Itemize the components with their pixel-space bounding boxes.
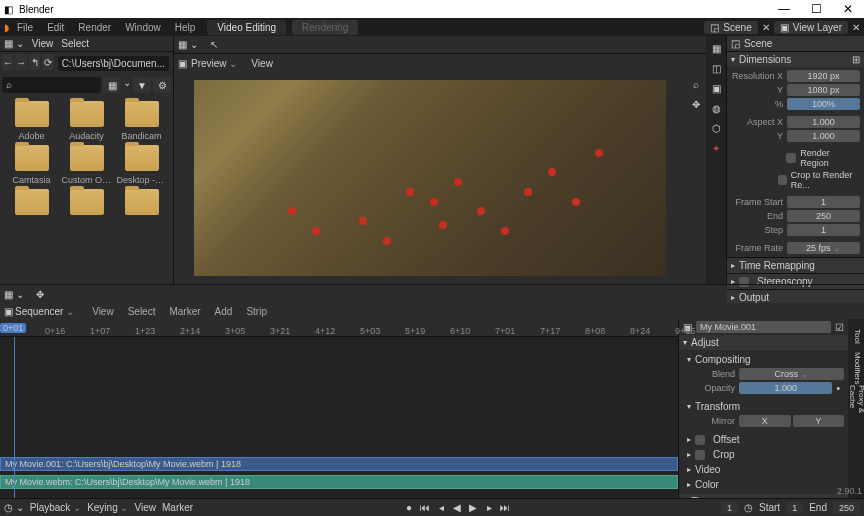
frame-step[interactable]: 1 <box>787 224 860 236</box>
tab-video-editing[interactable]: Video Editing <box>207 20 286 35</box>
frame-rate[interactable]: 25 fps <box>787 242 860 254</box>
seq-editor-icon[interactable]: ▦ ⌄ <box>4 289 24 300</box>
folder-item[interactable]: Bandicam <box>116 101 167 141</box>
filter-icon[interactable]: ▼ <box>133 77 151 93</box>
settings-icon[interactable]: ⚙ <box>153 77 171 93</box>
play-editor-icon[interactable]: ◷ ⌄ <box>4 502 24 513</box>
autokey-icon[interactable]: ● <box>402 501 416 515</box>
seq-add[interactable]: Add <box>209 306 239 317</box>
folder-item[interactable] <box>116 189 167 215</box>
tab-tool[interactable]: Tool <box>850 321 864 351</box>
frame-end[interactable]: 250 <box>787 210 860 222</box>
maximize-button[interactable]: ☐ <box>804 2 828 16</box>
close-button[interactable]: ✕ <box>836 2 860 16</box>
nav-back-icon[interactable]: ← <box>2 54 13 70</box>
mirror-x[interactable]: X <box>739 415 791 427</box>
props-output-icon[interactable]: ◫ <box>708 60 724 76</box>
scene-remove-icon[interactable]: ✕ <box>762 22 770 33</box>
strip-name-input[interactable]: My Movie.001 <box>696 321 831 333</box>
dimensions-header[interactable]: Dimensions⊞ <box>727 52 864 67</box>
play-view[interactable]: View <box>135 502 157 513</box>
minimize-button[interactable]: — <box>772 2 796 16</box>
res-y[interactable]: 1080 px <box>787 84 860 96</box>
seq-marker[interactable]: Marker <box>163 306 206 317</box>
props-scene-icon[interactable]: ◍ <box>708 100 724 116</box>
offset-header[interactable]: Offset <box>683 432 844 447</box>
opacity-val[interactable]: 1.000 <box>739 382 832 394</box>
adjust-header[interactable]: Adjust <box>679 335 848 350</box>
seq-view[interactable]: View <box>86 306 120 317</box>
viewlayer-remove-icon[interactable]: ✕ <box>852 22 860 33</box>
keying-menu[interactable]: Keying <box>87 502 128 513</box>
aspect-y[interactable]: 1.000 <box>787 130 860 142</box>
clock-icon[interactable]: ◷ <box>744 502 753 513</box>
tab-proxy[interactable]: Proxy & Cache <box>850 385 864 415</box>
jump-start-icon[interactable]: ⏮ <box>418 501 432 515</box>
frame-start-box[interactable]: 1 <box>786 502 803 514</box>
crop-header[interactable]: Crop <box>683 447 844 462</box>
video-header[interactable]: Video <box>683 462 844 477</box>
search-input[interactable]: ⌕ <box>2 77 101 93</box>
props-tool-icon[interactable]: ✦ <box>708 140 724 156</box>
preview-mode[interactable]: Preview <box>191 58 237 69</box>
play-icon[interactable]: ▶ <box>466 501 480 515</box>
viewlayer-selector[interactable]: ▣View Layer <box>774 21 848 34</box>
folder-item[interactable]: Custom Offic... <box>61 145 112 185</box>
transform-header[interactable]: Transform <box>683 399 844 414</box>
cursor-icon[interactable]: ↖ <box>210 39 218 50</box>
render-region-check[interactable] <box>786 153 796 163</box>
folder-item[interactable]: Adobe <box>6 101 57 141</box>
play-rev-icon[interactable]: ◀ <box>450 501 464 515</box>
next-key-icon[interactable]: ▸ <box>482 501 496 515</box>
blender-icon[interactable]: ◗ <box>4 22 9 33</box>
blend-mode[interactable]: Cross <box>739 368 844 380</box>
aspect-x[interactable]: 1.000 <box>787 116 860 128</box>
crop-region-check[interactable] <box>778 175 786 185</box>
seq-mode-icon[interactable]: ▣ <box>4 306 13 317</box>
move-icon[interactable]: ✥ <box>36 289 44 300</box>
mirror-y[interactable]: Y <box>793 415 845 427</box>
folder-item[interactable] <box>6 189 57 215</box>
seq-strip[interactable]: Strip <box>240 306 273 317</box>
nav-fwd-icon[interactable]: → <box>15 54 26 70</box>
res-pct[interactable]: 100% <box>787 98 860 110</box>
menu-edit[interactable]: Edit <box>41 22 70 33</box>
playhead[interactable] <box>14 337 15 498</box>
menu-render[interactable]: Render <box>72 22 117 33</box>
playback-menu[interactable]: Playback <box>30 502 81 513</box>
display-icon[interactable]: ▦ <box>103 77 121 93</box>
fb-view[interactable]: View <box>32 38 54 49</box>
tab-modifiers[interactable]: Modifiers <box>850 353 864 383</box>
scene-selector[interactable]: ◲Scene <box>704 21 757 34</box>
pv-view[interactable]: View <box>251 58 273 69</box>
folder-item[interactable]: Camtasia <box>6 145 57 185</box>
fb-editor-icon[interactable]: ▦ ⌄ <box>4 38 24 49</box>
seq-mode[interactable]: Sequencer <box>15 306 74 317</box>
res-x[interactable]: 1920 px <box>787 70 860 82</box>
nav-refresh-icon[interactable]: ⟳ <box>42 54 53 70</box>
jump-end-icon[interactable]: ⏭ <box>498 501 512 515</box>
folder-item[interactable] <box>61 189 112 215</box>
pv-editor-icon[interactable]: ▦ ⌄ <box>178 39 198 50</box>
nav-up-icon[interactable]: ↰ <box>29 54 40 70</box>
ruler[interactable]: 0+01 0+161+07 1+232+14 3+053+21 4+125+03… <box>0 319 678 337</box>
menu-help[interactable]: Help <box>169 22 202 33</box>
magnify-icon[interactable]: ⌕ <box>688 76 704 92</box>
props-render-icon[interactable]: ▦ <box>708 40 724 56</box>
frame-start[interactable]: 1 <box>787 196 860 208</box>
frame-current[interactable]: 1 <box>721 502 738 514</box>
menu-file[interactable]: File <box>11 22 39 33</box>
pv-mode-icon[interactable]: ▣ <box>178 58 187 69</box>
props-world-icon[interactable]: ⬡ <box>708 120 724 136</box>
current-frame[interactable]: 0+01 <box>0 323 26 333</box>
menu-window[interactable]: Window <box>119 22 167 33</box>
pan-icon[interactable]: ✥ <box>688 96 704 112</box>
timeline[interactable]: 0+01 0+161+07 1+232+14 3+053+21 4+125+03… <box>0 319 678 498</box>
fb-select[interactable]: Select <box>61 38 89 49</box>
color-header[interactable]: Color <box>683 477 844 492</box>
path-input[interactable]: C:\Users\bj\Documen... <box>58 56 169 71</box>
play-marker[interactable]: Marker <box>162 502 193 513</box>
prev-key-icon[interactable]: ◂ <box>434 501 448 515</box>
tracks[interactable]: My Movie.001: C:\Users\bj\Desktop\My Mov… <box>0 337 678 498</box>
compositing-header[interactable]: Compositing <box>683 352 844 367</box>
